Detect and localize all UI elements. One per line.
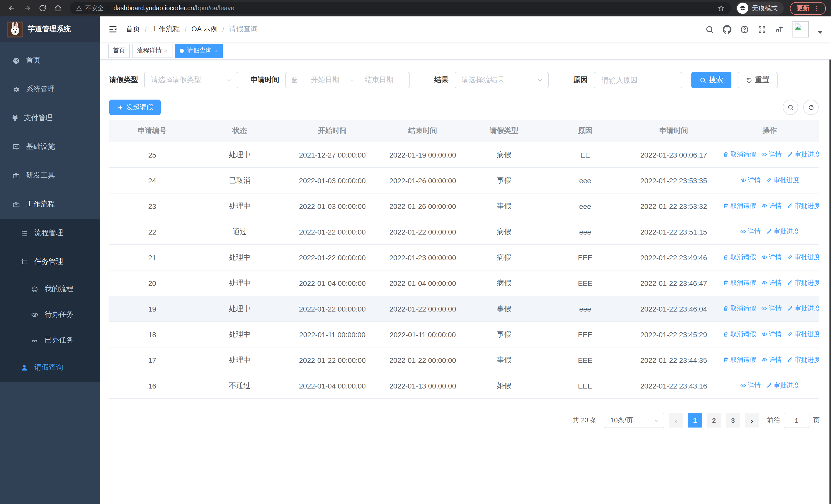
sidebar-item-payment[interactable]: ¥支付管理 xyxy=(0,104,100,132)
cancel-leave-link[interactable]: 取消请假 xyxy=(723,150,756,159)
help-icon[interactable] xyxy=(740,25,749,34)
detail-link[interactable]: 详情 xyxy=(740,227,761,236)
sidebar-item-process-mgmt[interactable]: 流程管理 xyxy=(0,219,100,247)
detail-link[interactable]: 详情 xyxy=(740,381,761,390)
sidebar-item-task-mgmt[interactable]: 任务管理 xyxy=(0,247,100,276)
leave-type-select[interactable]: 请选择请假类型 xyxy=(144,72,238,88)
security-label: 不安全 xyxy=(85,4,104,12)
approval-progress-link[interactable]: 审批进度 xyxy=(766,381,799,390)
detail-link[interactable]: 详情 xyxy=(761,279,782,288)
sidebar-menu: 首页系统管理¥支付管理基础设施研发工具工作流程流程管理任务管理我的流程待办任务已… xyxy=(0,42,100,504)
sidebar-item-devtools[interactable]: 研发工具 xyxy=(0,161,100,190)
browser-home-button[interactable] xyxy=(51,2,65,15)
approval-progress-link[interactable]: 审批进度 xyxy=(787,304,819,313)
next-page-button[interactable]: › xyxy=(745,413,759,427)
sidebar-item-label: 研发工具 xyxy=(26,171,55,180)
approval-progress-link[interactable]: 审批进度 xyxy=(787,356,819,364)
approval-progress-link[interactable]: 审批进度 xyxy=(787,150,819,159)
approval-progress-link[interactable]: 审批进度 xyxy=(766,176,799,185)
pagination-total: 共 23 条 xyxy=(573,416,597,425)
detail-link[interactable]: 详情 xyxy=(761,150,782,159)
breadcrumb-oa-example[interactable]: OA 示例 xyxy=(192,25,218,34)
action-label: 取消请假 xyxy=(730,304,756,313)
scrollbar[interactable] xyxy=(829,17,831,504)
navbar-actions xyxy=(705,21,823,37)
address-bar[interactable]: 不安全 dashboard.yudao.iocoder.cn /bpm/oa/l… xyxy=(70,2,731,14)
sidebar-item-done-tasks[interactable]: 已办任务 xyxy=(0,327,100,353)
reset-button[interactable]: 重置 xyxy=(738,72,778,88)
sidebar-item-home[interactable]: 首页 xyxy=(0,46,100,75)
tab-leave-query[interactable]: 请假查询× xyxy=(175,43,223,58)
breadcrumb-workflow[interactable]: 工作流程 xyxy=(151,25,180,34)
approval-progress-link[interactable]: 审批进度 xyxy=(787,279,819,288)
apply-time-cell: 2022-01-22 23:46:47 xyxy=(627,270,720,296)
reason-input[interactable] xyxy=(601,76,676,85)
view-icon xyxy=(761,152,767,158)
toggle-search-button[interactable] xyxy=(783,99,798,115)
page-size-select[interactable]: 10条/页 xyxy=(604,413,664,428)
avatar-caret-icon[interactable] xyxy=(818,31,823,34)
reason-cell: eee xyxy=(543,296,627,322)
approval-progress-link[interactable]: 审批进度 xyxy=(787,202,819,210)
view-icon xyxy=(740,229,746,235)
tab-process-detail[interactable]: 流程详情× xyxy=(133,43,173,58)
approval-progress-link[interactable]: 审批进度 xyxy=(787,330,819,339)
sidebar-item-infra[interactable]: 基础设施 xyxy=(0,132,100,161)
detail-link[interactable]: 详情 xyxy=(740,176,761,185)
prev-page-button[interactable]: ‹ xyxy=(669,413,683,427)
sidebar-item-my-process[interactable]: 我的流程 xyxy=(0,276,100,302)
page-button-1[interactable]: 1 xyxy=(688,413,702,427)
cancel-leave-link[interactable]: 取消请假 xyxy=(723,356,756,364)
list-icon xyxy=(21,229,28,237)
app-logo-row[interactable]: 芋道管理系统 xyxy=(0,17,100,42)
detail-link[interactable]: 详情 xyxy=(761,330,782,339)
apply-time-range-picker[interactable]: 开始日期 - 结束日期 xyxy=(285,72,409,88)
cancel-leave-link[interactable]: 取消请假 xyxy=(723,330,756,339)
breadcrumb-home[interactable]: 首页 xyxy=(126,25,140,34)
header-search-icon[interactable] xyxy=(705,25,714,34)
fullscreen-icon[interactable] xyxy=(757,25,766,34)
cancel-leave-link[interactable]: 取消请假 xyxy=(723,202,756,210)
refresh-table-button[interactable] xyxy=(803,99,819,115)
close-icon[interactable]: × xyxy=(165,48,168,54)
create-leave-button[interactable]: 发起请假 xyxy=(109,99,161,115)
sidebar-item-todo-tasks[interactable]: 待办任务 xyxy=(0,302,100,327)
goto-page-input[interactable] xyxy=(784,413,809,428)
apply-time-cell: 2022-01-23 00:06:17 xyxy=(627,142,720,168)
detail-link[interactable]: 详情 xyxy=(761,356,782,364)
github-icon[interactable] xyxy=(723,25,732,34)
address-divider xyxy=(108,5,108,12)
browser-menu-icon[interactable] xyxy=(813,5,820,11)
status-cell: 处理中 xyxy=(195,270,284,296)
action-label: 审批进度 xyxy=(795,330,819,339)
approval-progress-link[interactable]: 审批进度 xyxy=(766,227,799,236)
browser-update-button[interactable]: 更新 xyxy=(790,2,826,14)
cancel-leave-link[interactable]: 取消请假 xyxy=(723,304,756,313)
cancel-leave-link[interactable]: 取消请假 xyxy=(723,253,756,262)
apply-id-cell: 19 xyxy=(109,296,195,322)
leave-type-label: 请假类型 xyxy=(109,76,138,85)
bookmark-star-icon[interactable] xyxy=(718,5,725,12)
user-avatar[interactable] xyxy=(793,21,809,37)
sidebar-item-leave-query[interactable]: 请假查询 xyxy=(0,353,100,382)
browser-refresh-button[interactable] xyxy=(36,2,49,15)
approval-progress-link[interactable]: 审批进度 xyxy=(787,253,819,262)
leave-type-cell: 病假 xyxy=(465,270,543,296)
tab-home[interactable]: 首页 xyxy=(108,43,130,58)
close-icon[interactable]: × xyxy=(215,48,218,54)
font-size-icon[interactable] xyxy=(775,25,784,34)
sidebar-item-system[interactable]: 系统管理 xyxy=(0,75,100,104)
detail-link[interactable]: 详情 xyxy=(761,202,782,210)
search-button[interactable]: 搜索 xyxy=(691,72,732,88)
browser-forward-button[interactable] xyxy=(21,2,34,15)
cancel-leave-link[interactable]: 取消请假 xyxy=(723,279,756,288)
detail-link[interactable]: 详情 xyxy=(761,253,782,262)
browser-back-button[interactable] xyxy=(5,2,19,15)
sidebar-item-workflow[interactable]: 工作流程 xyxy=(0,190,100,219)
result-select[interactable]: 请选择流结果 xyxy=(455,72,549,88)
page-button-2[interactable]: 2 xyxy=(707,413,721,427)
page-button-3[interactable]: 3 xyxy=(726,413,740,427)
detail-link[interactable]: 详情 xyxy=(761,304,782,313)
sidebar-fold-icon[interactable] xyxy=(108,25,118,34)
not-secure-warning-icon xyxy=(76,5,82,11)
